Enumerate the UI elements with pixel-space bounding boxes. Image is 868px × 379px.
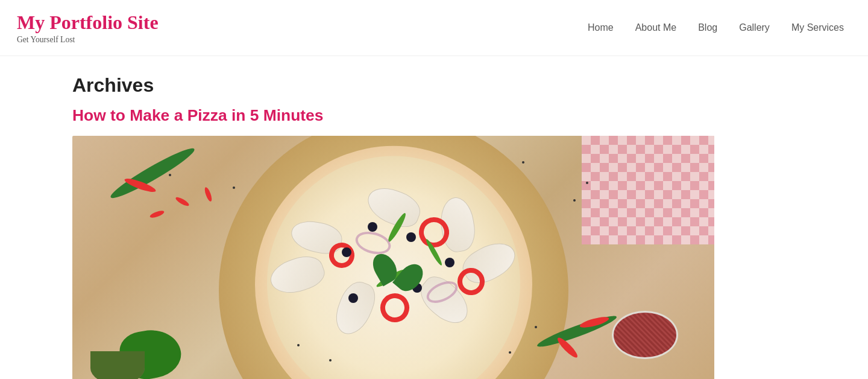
post-featured-image [72,136,714,379]
red-spice-bowl [612,311,678,359]
spice-dot-5 [573,199,576,202]
herb-bowl [90,351,145,379]
olive-1 [406,232,416,242]
green-chili-big [107,143,198,203]
archives-heading: Archives [72,74,844,97]
nav-gallery[interactable]: Gallery [739,22,770,33]
site-header: My Portfolio Site Get Yourself Lost Home… [0,0,868,56]
spice-dot-2 [233,186,235,189]
post-title: How to Make a Pizza in 5 Minutes [72,106,844,125]
main-content: Archives How to Make a Pizza in 5 Minute… [0,56,868,379]
olive-4 [348,293,358,303]
spice-dot-3 [522,161,524,164]
site-title: My Portfolio Site [17,11,159,34]
chili-slice-3 [203,186,213,202]
nav-about[interactable]: About Me [635,22,676,33]
pizza-image-bg [72,136,714,379]
red-spice-content [614,313,676,357]
chili-slice-1 [175,196,190,208]
site-branding: My Portfolio Site Get Yourself Lost [17,11,159,45]
site-tagline: Get Yourself Lost [17,35,159,45]
spice-dot-6 [297,344,300,346]
olive-6 [368,222,377,232]
main-nav: Home About Me Blog Gallery My Services [588,22,844,33]
herb-bowl-content [90,351,145,379]
nav-home[interactable]: Home [588,22,614,33]
olive-2 [445,258,454,267]
chili-slice-2 [149,209,165,219]
nav-blog[interactable]: Blog [698,22,717,33]
spice-dot-7 [329,359,332,361]
spice-dot-1 [169,174,171,176]
nav-services[interactable]: My Services [791,22,844,33]
spice-dot-4 [586,182,588,184]
post-title-link[interactable]: How to Make a Pizza in 5 Minutes [72,106,323,124]
